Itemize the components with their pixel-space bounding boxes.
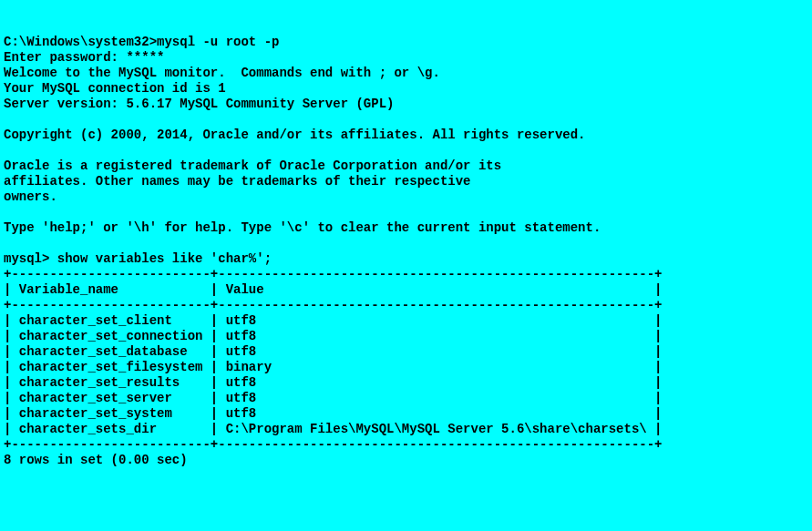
trademark-line: owners. [4, 189, 57, 204]
trademark-line: Oracle is a registered trademark of Orac… [4, 158, 501, 173]
welcome-line: Welcome to the MySQL monitor. Commands e… [4, 66, 440, 80]
table-border: +--------------------------+------------… [4, 298, 663, 312]
terminal-output[interactable]: C:\Windows\system32>mysql -u root -p Ent… [4, 35, 808, 468]
table-row: | character_set_client | utf8 | [4, 313, 663, 328]
sql-command: show variables like 'char%'; [57, 251, 272, 266]
table-border: +--------------------------+------------… [4, 437, 663, 452]
table-row: | character_set_filesystem | binary | [4, 360, 663, 374]
password-prompt: Enter password: [4, 50, 126, 65]
server-version-line: Server version: 5.6.17 MySQL Community S… [4, 97, 394, 111]
copyright-line: Copyright (c) 2000, 2014, Oracle and/or … [4, 128, 586, 142]
table-row: | character_set_server | utf8 | [4, 391, 663, 405]
table-row: | character_set_connection | utf8 | [4, 329, 663, 343]
command-input: mysql -u root -p [157, 35, 279, 49]
help-line: Type 'help;' or '\h' for help. Type '\c'… [4, 220, 601, 235]
trademark-line: affiliates. Other names may be trademark… [4, 174, 470, 189]
table-row: | character_set_database | utf8 | [4, 344, 663, 359]
table-row: | character_set_results | utf8 | [4, 375, 663, 390]
connection-id-line: Your MySQL connection id is 1 [4, 81, 226, 96]
password-mask: ***** [126, 50, 164, 65]
table-border: +--------------------------+------------… [4, 267, 663, 281]
result-count-line: 8 rows in set (0.00 sec) [4, 453, 188, 467]
table-row: | character_sets_dir | C:\Program Files\… [4, 422, 663, 436]
mysql-prompt: mysql> [4, 251, 57, 266]
table-header: | Variable_name | Value | [4, 282, 663, 297]
shell-prompt: C:\Windows\system32> [4, 35, 157, 49]
table-row: | character_set_system | utf8 | [4, 406, 663, 421]
